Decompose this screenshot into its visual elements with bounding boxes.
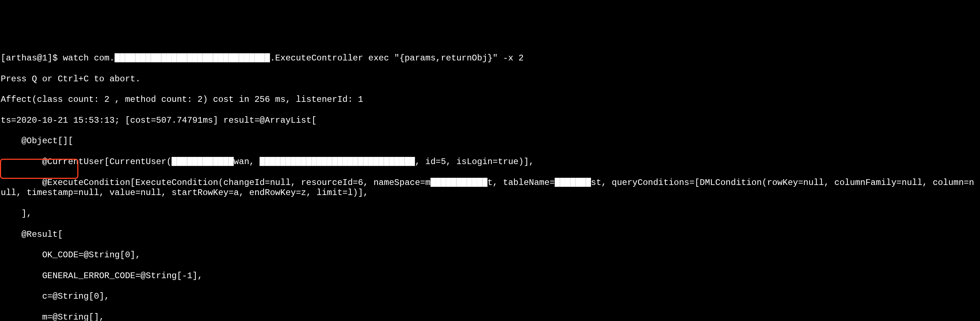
m-line: m=@String[],: [1, 312, 979, 321]
execute-condition-line: @ExecuteCondition[ExecuteCondition(chang…: [1, 178, 979, 199]
prompt-line: [arthas@1]$ watch com.██████████████████…: [1, 53, 979, 64]
ok-code-line: OK_CODE=@String[0],: [1, 250, 979, 260]
terminal-output: [arthas@1]$ watch com.██████████████████…: [1, 43, 979, 321]
ts-line: ts=2020-10-21 15:53:13; [cost=507.74791m…: [1, 115, 979, 126]
result-open: @Result[: [1, 230, 979, 240]
error-code-line: GENERAL_ERROR_CODE=@String[-1],: [1, 271, 979, 281]
object-close: ],: [1, 209, 979, 219]
current-user-line: @CurrentUser[CurrentUser(████████████wan…: [1, 157, 979, 167]
c-line: c=@String[0],: [1, 292, 979, 302]
object-open: @Object[][: [1, 136, 979, 147]
affect-line: Affect(class count: 2 , method count: 2)…: [1, 95, 979, 105]
abort-hint: Press Q or Ctrl+C to abort.: [1, 74, 979, 85]
